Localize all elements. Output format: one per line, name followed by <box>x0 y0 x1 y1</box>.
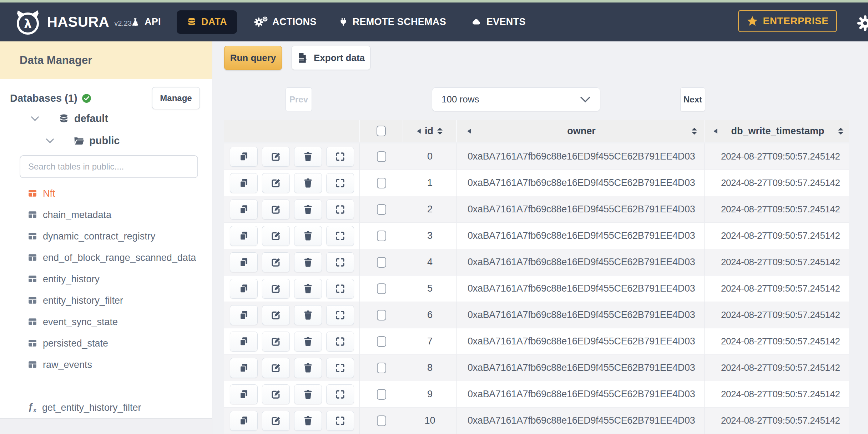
expand-row-button[interactable] <box>326 411 354 431</box>
collapse-column-icon[interactable] <box>417 128 421 134</box>
row-checkbox[interactable] <box>377 178 386 188</box>
edit-row-button[interactable] <box>262 411 290 431</box>
nav-item-data[interactable]: DATA <box>177 10 237 34</box>
edit-row-button[interactable] <box>262 200 290 219</box>
tree-node-schema-public[interactable]: public <box>46 135 120 147</box>
edit-row-button[interactable] <box>262 252 290 272</box>
sidebar-table-item[interactable]: chain_metadata <box>28 204 206 226</box>
copy-row-button[interactable] <box>230 384 258 404</box>
row-checkbox[interactable] <box>377 257 386 268</box>
delete-row-button[interactable] <box>294 332 322 352</box>
row-checkbox[interactable] <box>377 231 386 241</box>
collapse-column-icon[interactable] <box>713 128 718 134</box>
run-query-button[interactable]: Run query <box>224 46 282 70</box>
copy-row-button[interactable] <box>230 358 258 378</box>
column-label-id: id <box>425 126 433 137</box>
sidebar-table-item[interactable]: end_of_block_range_scanned_data <box>28 247 206 268</box>
delete-row-button[interactable] <box>294 200 322 219</box>
collapse-column-icon[interactable] <box>467 128 471 134</box>
copy-row-button[interactable] <box>230 332 258 352</box>
sidebar-table-item[interactable]: persisted_state <box>28 333 206 354</box>
delete-row-button[interactable] <box>294 279 322 299</box>
header-cell-id[interactable]: id <box>403 120 457 142</box>
edit-row-button[interactable] <box>262 305 290 325</box>
edit-row-button[interactable] <box>262 279 290 299</box>
row-checkbox[interactable] <box>377 283 386 294</box>
row-checkbox[interactable] <box>377 363 386 373</box>
expand-row-button[interactable] <box>326 332 354 352</box>
copy-row-button[interactable] <box>230 252 258 272</box>
expand-row-button[interactable] <box>326 226 354 246</box>
sidebar-table-item[interactable]: raw_events <box>28 354 206 375</box>
sort-icon[interactable] <box>437 127 443 135</box>
cell-id: 9 <box>403 381 457 407</box>
delete-row-button[interactable] <box>294 252 322 272</box>
header-cell-owner[interactable]: owner <box>457 120 705 142</box>
prev-page-button[interactable]: Prev <box>286 87 312 111</box>
copy-row-button[interactable] <box>230 279 258 299</box>
row-checkbox[interactable] <box>377 151 386 162</box>
settings-gear-icon[interactable] <box>857 15 868 32</box>
nav-item-api[interactable]: API <box>131 16 161 27</box>
copy-row-button[interactable] <box>230 305 258 325</box>
expand-row-button[interactable] <box>326 279 354 299</box>
hasura-logo-icon[interactable]: λ <box>14 9 41 36</box>
copy-row-button[interactable] <box>230 411 258 431</box>
delete-row-button[interactable] <box>294 358 322 378</box>
row-checkbox[interactable] <box>377 336 386 347</box>
select-all-checkbox[interactable] <box>377 126 386 136</box>
sort-icon[interactable] <box>838 127 844 135</box>
row-checkbox[interactable] <box>377 204 386 215</box>
copy-row-button[interactable] <box>230 147 258 167</box>
row-checkbox[interactable] <box>377 415 386 426</box>
cell-owner: 0xaBA7161A7fb69c88e16ED9f455CE62B791EE4D… <box>457 302 705 328</box>
edit-row-button[interactable] <box>262 332 290 352</box>
delete-row-button[interactable] <box>294 305 322 325</box>
nav-item-events[interactable]: EVENTS <box>471 16 526 27</box>
expand-row-button[interactable] <box>326 252 354 272</box>
expand-row-button[interactable] <box>326 200 354 219</box>
sidebar-table-item[interactable]: dynamic_contract_registry <box>28 226 206 247</box>
chevron-down-icon[interactable] <box>46 138 54 143</box>
copy-row-button[interactable] <box>230 200 258 219</box>
edit-row-button[interactable] <box>262 226 290 246</box>
expand-row-button[interactable] <box>326 358 354 378</box>
nav-item-actions[interactable]: ACTIONS <box>254 16 317 28</box>
row-checkbox[interactable] <box>377 310 386 321</box>
copy-row-button[interactable] <box>230 173 258 193</box>
expand-row-button[interactable] <box>326 173 354 193</box>
tree-node-database-default[interactable]: default <box>31 113 108 125</box>
edit-row-button[interactable] <box>262 358 290 378</box>
edit-icon <box>271 283 281 294</box>
sidebar-table-item[interactable]: event_sync_state <box>28 311 206 333</box>
sidebar-function-item[interactable]: ƒx get_entity_history_filter <box>28 397 141 418</box>
delete-row-button[interactable] <box>294 147 322 167</box>
row-select-cell <box>360 143 403 170</box>
rows-per-page-select[interactable]: 100 rows <box>432 87 600 111</box>
expand-row-button[interactable] <box>326 305 354 325</box>
expand-row-button[interactable] <box>326 147 354 167</box>
manage-button[interactable]: Manage <box>152 87 200 109</box>
delete-row-button[interactable] <box>294 384 322 404</box>
row-checkbox[interactable] <box>377 389 386 400</box>
copy-row-button[interactable] <box>230 226 258 246</box>
sort-icon[interactable] <box>691 127 697 135</box>
export-data-button[interactable]: Export data <box>292 46 370 70</box>
delete-row-button[interactable] <box>294 173 322 193</box>
header-cell-db-write-timestamp[interactable]: db_write_timestamp <box>705 120 849 142</box>
next-page-button[interactable]: Next <box>680 87 705 111</box>
delete-row-button[interactable] <box>294 411 322 431</box>
expand-row-button[interactable] <box>326 384 354 404</box>
search-tables-input[interactable] <box>20 155 198 178</box>
sidebar-table-item[interactable]: Nft <box>28 183 206 204</box>
chevron-down-icon[interactable] <box>31 116 39 121</box>
enterprise-button[interactable]: ENTERPRISE <box>738 10 837 32</box>
edit-row-button[interactable] <box>262 384 290 404</box>
nav-item-remote-schemas[interactable]: REMOTE SCHEMAS <box>339 16 446 27</box>
edit-row-button[interactable] <box>262 173 290 193</box>
edit-row-button[interactable] <box>262 147 290 167</box>
delete-row-button[interactable] <box>294 226 322 246</box>
column-label-owner: owner <box>475 126 688 137</box>
sidebar-table-item[interactable]: entity_history <box>28 268 206 290</box>
sidebar-table-item[interactable]: entity_history_filter <box>28 290 206 311</box>
